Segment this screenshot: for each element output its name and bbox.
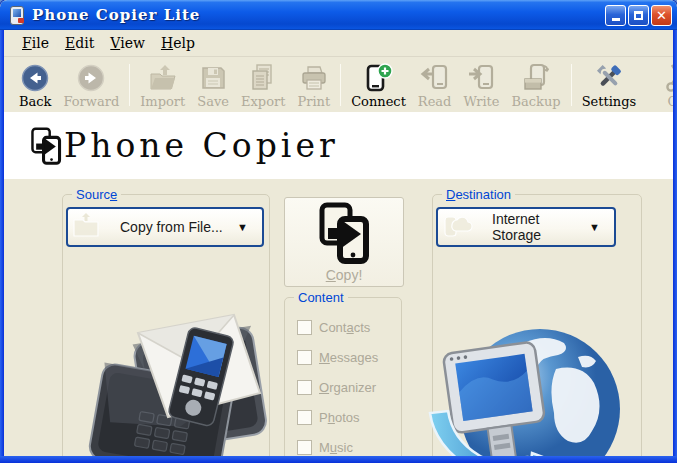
save-button[interactable]: Save	[191, 59, 235, 111]
close-icon: ✕	[656, 9, 667, 22]
destination-dropdown[interactable]: Internet Storage ▼	[436, 207, 616, 247]
read-button[interactable]: Read	[412, 59, 458, 111]
folder-ghost-icon	[72, 211, 102, 243]
checkbox-music[interactable]: Music	[297, 440, 401, 455]
checkbox-contacts[interactable]: Contacts	[297, 320, 401, 335]
chevron-down-icon: ▼	[237, 221, 248, 233]
checkbox-icon	[297, 320, 312, 335]
print-icon	[300, 62, 328, 92]
backup-icon	[521, 62, 551, 92]
toolbar-separator	[340, 64, 341, 106]
source-group-label: Source	[72, 187, 121, 202]
print-button[interactable]: Print	[291, 59, 336, 111]
globe-illustration	[428, 317, 628, 456]
copy-icon	[315, 202, 373, 264]
settings-icon	[594, 62, 624, 92]
checkbox-icon	[297, 350, 312, 365]
minimize-icon	[612, 18, 620, 21]
settings-button[interactable]: Settings	[576, 59, 643, 111]
menu-help[interactable]: Help	[153, 33, 203, 53]
content-groupbox: Content Contacts Messages Organizer Phot…	[284, 297, 402, 456]
content-group-label: Content	[294, 290, 348, 305]
connect-button[interactable]: Connect	[345, 59, 412, 111]
titlebar[interactable]: Phone Copier Lite ✕	[0, 0, 677, 30]
write-button[interactable]: Write	[457, 59, 505, 111]
checkbox-icon	[297, 410, 312, 425]
checkbox-messages[interactable]: Messages	[297, 350, 401, 365]
page-header: Phone Copier	[4, 112, 673, 179]
read-icon	[420, 62, 450, 92]
checkbox-photos[interactable]: Photos	[297, 410, 401, 425]
destination-group-label: Destination	[442, 187, 515, 202]
connect-icon	[364, 62, 394, 92]
backup-button[interactable]: Backup	[506, 59, 567, 111]
checkbox-icon	[297, 380, 312, 395]
import-icon	[148, 62, 178, 92]
export-icon	[248, 62, 278, 92]
chevron-down-icon: ▼	[589, 221, 600, 233]
app-icon	[7, 5, 27, 25]
phone-copier-icon	[30, 126, 62, 166]
checkbox-organizer[interactable]: Organizer	[297, 380, 401, 395]
window-border-bottom	[0, 456, 677, 463]
back-button[interactable]: Back	[13, 59, 57, 111]
maximize-button[interactable]	[628, 5, 649, 26]
checkbox-icon	[297, 440, 312, 455]
copy-button[interactable]: Copy!	[284, 197, 404, 287]
toolbar: Back Forward Import Save Export	[4, 56, 673, 113]
menu-view[interactable]: View	[102, 33, 153, 53]
back-icon	[21, 62, 49, 92]
main-area: Source Copy from File... ▼ Copy! Content…	[4, 179, 673, 456]
window-border-right	[673, 30, 677, 463]
close-button[interactable]: ✕	[651, 5, 672, 26]
import-button[interactable]: Import	[134, 59, 191, 111]
destination-dropdown-value: Internet Storage	[492, 211, 589, 243]
cloud-ghost-icon	[442, 211, 474, 243]
window-border-left	[0, 30, 4, 463]
menubar: File Edit View Help	[4, 30, 673, 56]
source-dropdown[interactable]: Copy from File... ▼	[66, 207, 264, 247]
forward-icon	[77, 62, 105, 92]
toolbar-separator	[129, 64, 130, 106]
save-icon	[199, 62, 227, 92]
toolbar-separator	[571, 64, 572, 106]
export-button[interactable]: Export	[235, 59, 291, 111]
page-title: Phone Copier	[64, 126, 339, 165]
app-window: Phone Copier Lite ✕ File Edit View Help …	[0, 0, 677, 463]
forward-button[interactable]: Forward	[57, 59, 125, 111]
phones-illustration	[82, 297, 282, 456]
write-icon	[466, 62, 496, 92]
window-title: Phone Copier Lite	[32, 6, 200, 24]
minimize-button[interactable]	[605, 5, 626, 26]
copy-button-label: Copy!	[326, 267, 363, 283]
source-dropdown-value: Copy from File...	[120, 219, 237, 235]
maximize-icon	[634, 11, 643, 20]
menu-file[interactable]: File	[14, 33, 57, 53]
menu-edit[interactable]: Edit	[57, 33, 102, 53]
